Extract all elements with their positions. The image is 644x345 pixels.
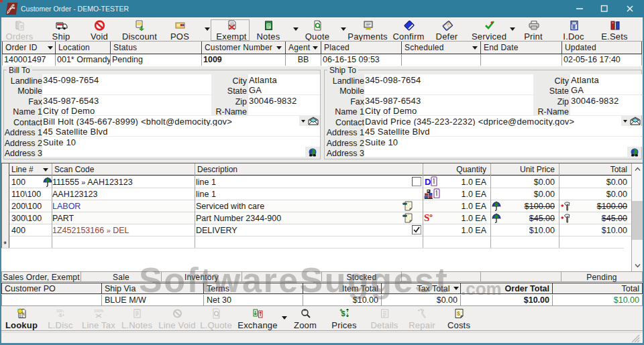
svg-text:-$+: -$+ — [58, 313, 64, 318]
svg-text:100%: 100% — [94, 309, 103, 313]
